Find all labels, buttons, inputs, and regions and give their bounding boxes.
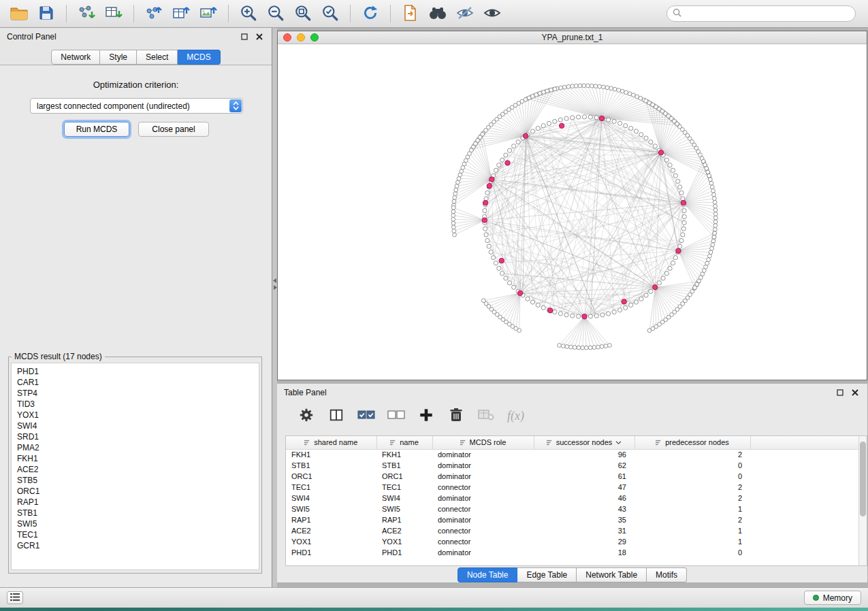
run-mcds-button[interactable]: Run MCDS xyxy=(64,122,129,137)
apply-layout-button[interactable] xyxy=(358,3,383,24)
float-table-panel-icon[interactable] xyxy=(835,387,846,398)
column-header-shared_name[interactable]: shared name xyxy=(286,436,376,449)
cell-role: dominator xyxy=(432,493,534,503)
mcds-result-item[interactable]: PHD1 xyxy=(17,366,253,377)
mcds-result-item[interactable]: SRD1 xyxy=(17,431,253,442)
table-row[interactable]: ACE2ACE2connector311 xyxy=(286,525,861,536)
export-table-button[interactable] xyxy=(169,3,193,24)
share-document-button[interactable] xyxy=(398,3,423,24)
mcds-result-list[interactable]: PHD1CAR1STP4TID3YOX1SWI4SRD1PMA2FKH1ACE2… xyxy=(11,363,259,570)
select-all-button[interactable] xyxy=(357,407,375,425)
save-session-button[interactable] xyxy=(34,3,59,24)
column-header-predecessors[interactable]: predecessor nodes xyxy=(634,436,750,449)
table-row[interactable]: YOX1YOX1connector291 xyxy=(286,536,861,547)
zoom-in-button[interactable] xyxy=(236,3,261,24)
cell-role: dominator xyxy=(432,449,534,460)
expand-right-icon[interactable] xyxy=(273,285,277,290)
cell-name: TEC1 xyxy=(376,482,432,493)
network-window-titlebar[interactable]: YPA_prune.txt_1 xyxy=(278,31,867,44)
eye-slash-icon xyxy=(455,5,475,23)
export-network-button[interactable] xyxy=(142,3,166,24)
mcds-result-item[interactable]: STP4 xyxy=(17,388,253,399)
show-all-button[interactable] xyxy=(480,3,504,24)
mcds-result-item[interactable]: YOX1 xyxy=(17,410,253,420)
close-panel-button[interactable]: Close panel xyxy=(138,122,209,137)
table-settings-button[interactable] xyxy=(298,407,315,425)
add-column-button[interactable] xyxy=(417,407,435,425)
minimize-window-icon[interactable] xyxy=(297,33,305,42)
node-table-container[interactable]: shared namenameMCDS rolesuccessor nodesp… xyxy=(285,435,861,566)
find-network-button[interactable] xyxy=(425,3,450,24)
mcds-result-item[interactable]: GCR1 xyxy=(17,540,253,551)
close-panel-icon[interactable] xyxy=(254,31,265,42)
tab-network[interactable]: Network xyxy=(51,50,100,65)
search-box[interactable] xyxy=(666,5,856,22)
close-window-icon[interactable] xyxy=(283,33,291,42)
network-canvas[interactable] xyxy=(278,44,867,380)
column-header-role[interactable]: MCDS role xyxy=(432,436,534,449)
table-vertical-scrollbar[interactable] xyxy=(858,435,867,566)
tab-mcds[interactable]: MCDS xyxy=(178,50,220,65)
search-input[interactable] xyxy=(685,9,850,18)
zoom-selected-button[interactable] xyxy=(318,3,342,24)
task-history-button[interactable] xyxy=(7,591,23,604)
hide-selected-button[interactable] xyxy=(453,3,477,24)
panel-splitter[interactable] xyxy=(272,28,277,587)
mcds-result-item[interactable]: SWI4 xyxy=(17,420,253,431)
zoom-out-button[interactable] xyxy=(263,3,288,24)
float-panel-icon[interactable] xyxy=(239,31,250,42)
mcds-result-item[interactable]: ORC1 xyxy=(17,486,253,497)
column-header-name[interactable]: name xyxy=(376,436,432,449)
collapse-left-icon[interactable] xyxy=(273,278,277,283)
close-table-panel-icon[interactable] xyxy=(850,387,861,398)
sort-bars-icon xyxy=(460,440,466,446)
open-file-button[interactable] xyxy=(7,3,31,24)
cell-filler xyxy=(750,449,861,460)
import-table-button[interactable] xyxy=(101,3,126,24)
table-row[interactable]: FKH1FKH1dominator962 xyxy=(286,449,861,460)
cell-role: dominator xyxy=(432,514,534,525)
table-row[interactable]: STB1STB1dominator620 xyxy=(286,460,861,471)
mcds-result-item[interactable]: CAR1 xyxy=(17,377,253,388)
mcds-result-item[interactable]: PMA2 xyxy=(17,442,253,453)
tab-motifs[interactable]: Motifs xyxy=(647,567,687,582)
mcds-result-item[interactable]: STB1 xyxy=(17,508,253,518)
mcds-result-item[interactable]: TEC1 xyxy=(17,529,253,540)
tab-edge-table[interactable]: Edge Table xyxy=(517,567,577,582)
table-row[interactable]: RAP1RAP1dominator352 xyxy=(286,514,861,525)
cell-shared_name: YOX1 xyxy=(286,536,376,547)
zoom-fit-button[interactable] xyxy=(291,3,315,24)
delete-column-button[interactable] xyxy=(447,407,465,425)
table-row[interactable]: ORC1ORC1dominator610 xyxy=(286,471,861,482)
mcds-result-item[interactable]: SWI5 xyxy=(17,518,253,529)
tab-node-table[interactable]: Node Table xyxy=(457,567,518,582)
export-image-button[interactable] xyxy=(196,3,221,24)
memory-button[interactable]: Memory xyxy=(804,591,861,605)
mcds-result-item[interactable]: STB5 xyxy=(17,475,253,486)
sort-bars-icon xyxy=(304,440,310,446)
cell-name: ACE2 xyxy=(376,525,432,536)
mcds-result-item[interactable]: ACE2 xyxy=(17,464,253,475)
mcds-result-item[interactable]: TID3 xyxy=(17,399,253,410)
deselect-all-button[interactable] xyxy=(387,407,405,425)
table-row[interactable]: TEC1TEC1connector472 xyxy=(286,482,861,493)
refresh-arrows-icon xyxy=(361,4,379,24)
cell-filler xyxy=(750,547,861,558)
mcds-result-item[interactable]: FKH1 xyxy=(17,453,253,464)
table-row[interactable]: SWI5SWI5connector431 xyxy=(286,503,861,514)
tab-select[interactable]: Select xyxy=(137,50,178,65)
import-network-button[interactable] xyxy=(74,3,99,24)
cell-successors: 43 xyxy=(534,503,634,514)
table-row[interactable]: PHD1PHD1dominator180 xyxy=(286,547,861,558)
scrollbar-thumb[interactable] xyxy=(860,442,866,516)
maximize-window-icon[interactable] xyxy=(310,33,319,42)
cell-role: dominator xyxy=(432,460,534,471)
tab-style[interactable]: Style xyxy=(100,50,137,65)
zoom-in-icon xyxy=(240,4,257,24)
criterion-dropdown[interactable]: largest connected component (undirected) xyxy=(30,98,243,114)
column-header-successors[interactable]: successor nodes xyxy=(534,436,634,449)
mcds-result-item[interactable]: RAP1 xyxy=(17,497,253,508)
tab-network-table[interactable]: Network Table xyxy=(577,567,647,582)
show-columns-button[interactable] xyxy=(327,407,345,425)
table-row[interactable]: SWI4SWI4dominator462 xyxy=(286,493,861,503)
